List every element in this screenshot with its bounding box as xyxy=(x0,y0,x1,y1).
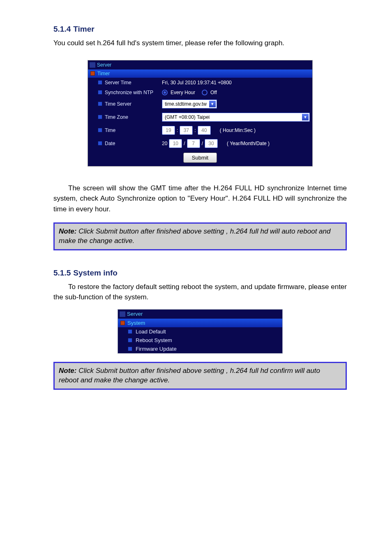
label-time-server: Time Server xyxy=(105,101,131,107)
bullet-icon xyxy=(98,141,102,146)
note-head: Note: xyxy=(59,367,76,375)
radio-off[interactable] xyxy=(202,90,208,95)
note-body: Click Submit button after finished above… xyxy=(59,367,320,384)
system-panel: Server System Load Default Reboot System… xyxy=(118,309,283,354)
radio-off-label: Off xyxy=(210,90,217,95)
section-header-system[interactable]: System xyxy=(118,319,282,327)
note-head: Note: xyxy=(59,227,76,235)
input-year[interactable]: 10 xyxy=(169,139,182,148)
chevron-down-icon: ▼ xyxy=(209,101,216,107)
chevron-down-icon: ▼ xyxy=(302,114,309,120)
heading-number: 5.1.4 xyxy=(53,25,71,34)
row-server-time: Server Time Fri, 30 Jul 2010 19:37:41 +0… xyxy=(88,78,312,88)
menu-item-label: Firmware Update xyxy=(136,346,177,352)
bullet-icon xyxy=(98,128,102,132)
select-time-server-value: time.stdtime.gov.tw xyxy=(165,101,207,107)
section-title: Timer xyxy=(97,71,110,76)
row-time-zone: Time Zone (GMT +08:00) Taipei ▼ xyxy=(88,111,312,124)
value-server-time: Fri, 30 Jul 2010 19:37:41 +0800 xyxy=(162,80,232,86)
bullet-icon xyxy=(128,329,132,334)
submit-button[interactable]: Submit xyxy=(183,153,217,163)
input-hour[interactable]: 19 xyxy=(162,126,175,135)
radio-every-hour[interactable] xyxy=(162,90,168,95)
input-month[interactable]: 7 xyxy=(187,139,200,148)
bullet-icon xyxy=(128,347,132,351)
bullet-icon xyxy=(98,115,102,119)
slash-separator: / xyxy=(184,141,185,146)
select-time-zone[interactable]: (GMT +08:00) Taipei ▼ xyxy=(162,113,310,122)
colon-separator: : xyxy=(194,127,196,133)
row-date: Date 20 10 / 7 / 30 ( Year/Month/Date ) xyxy=(88,137,312,150)
panel-titlebar: Server xyxy=(118,310,282,319)
label-time: Time xyxy=(105,127,115,133)
system-intro-paragraph: To restore the factory default setting r… xyxy=(53,282,347,303)
date-prefix: 20 xyxy=(162,141,167,146)
submit-row: Submit xyxy=(88,150,312,166)
input-day[interactable]: 30 xyxy=(205,139,218,148)
heading-title: Timer xyxy=(73,25,94,34)
bullet-icon xyxy=(90,71,95,76)
menu-item-load-default[interactable]: Load Default xyxy=(118,327,282,336)
select-time-zone-value: (GMT +08:00) Taipei xyxy=(165,114,210,120)
bullet-icon xyxy=(98,102,102,106)
input-minute[interactable]: 37 xyxy=(180,126,193,135)
note-box-2: Note: Click Submit button after finished… xyxy=(53,362,347,390)
colon-separator: : xyxy=(177,127,178,133)
heading-number: 5.1.5 xyxy=(53,268,71,278)
timer-intro-paragraph: You could set h.264 full hd's system tim… xyxy=(53,38,347,49)
menu-item-label: Reboot System xyxy=(136,337,172,343)
titlebar-grip-icon xyxy=(90,62,95,68)
bullet-icon xyxy=(120,321,125,325)
menu-item-label: Load Default xyxy=(136,329,166,335)
timer-intro-lead: You could set h.264 full hd xyxy=(53,39,135,47)
label-server-time: Server Time xyxy=(105,80,131,86)
row-sync-ntp: Synchronize with NTP Every Hour Off xyxy=(88,88,312,97)
panel-title-text: Server xyxy=(97,62,111,68)
section-header-timer[interactable]: Timer xyxy=(88,69,312,78)
bullet-icon xyxy=(98,90,102,95)
titlebar-grip-icon xyxy=(120,311,125,317)
label-sync-ntp: Synchronize with NTP xyxy=(105,90,153,95)
panel-titlebar: Server xyxy=(88,60,312,69)
menu-item-reboot-system[interactable]: Reboot System xyxy=(118,336,282,345)
heading-timer: 5.1.4 Timer xyxy=(53,25,347,34)
bullet-icon xyxy=(98,80,102,85)
radio-every-hour-label: Every Hour xyxy=(171,90,195,95)
select-time-server[interactable]: time.stdtime.gov.tw ▼ xyxy=(162,99,217,109)
note-body: Click Submit button after finished above… xyxy=(59,227,331,245)
panel-title-text: Server xyxy=(127,311,143,317)
heading-title: System info xyxy=(73,268,118,278)
bullet-icon xyxy=(128,338,132,342)
time-unit-label: ( Hour:Min:Sec ) xyxy=(220,127,256,133)
date-unit-label: ( Year/Month/Date ) xyxy=(227,141,270,146)
timer-panel: Server Timer Server Time Fri, 30 Jul 201… xyxy=(88,60,313,167)
timer-followup-paragraph: The screen will show the GMT time after … xyxy=(53,183,347,215)
section-title: System xyxy=(127,320,145,326)
note-box-1: Note: Click Submit button after finished… xyxy=(53,222,347,250)
label-date: Date xyxy=(105,141,115,146)
row-time: Time 19 : 37 : 40 ( Hour:Min:Sec ) xyxy=(88,124,312,137)
heading-system: 5.1.5 System info xyxy=(53,268,347,278)
menu-item-firmware-update[interactable]: Firmware Update xyxy=(118,345,282,353)
timer-intro-tail: 's system timer, please refer the follow… xyxy=(135,39,284,47)
row-time-server: Time Server time.stdtime.gov.tw ▼ xyxy=(88,97,312,111)
input-second[interactable]: 40 xyxy=(198,126,211,135)
label-time-zone: Time Zone xyxy=(105,114,128,120)
slash-separator: / xyxy=(202,141,203,146)
